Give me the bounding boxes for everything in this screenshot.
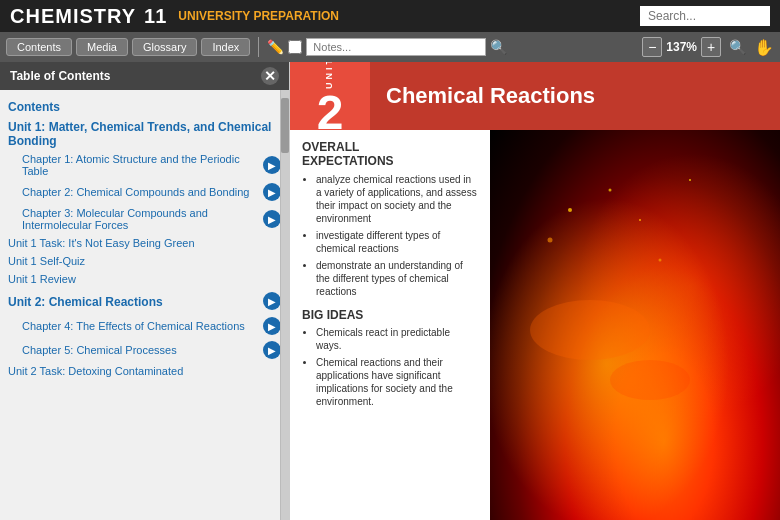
big-idea-2: Chemical reactions and their application… [316,356,478,408]
unit2-link[interactable]: Unit 2: Chemical Reactions [8,291,263,311]
index-button[interactable]: Index [201,38,250,56]
app-header: CHEMISTRY 11 UNIVERSITY PREPARATION [0,0,780,32]
search-icon[interactable]: 🔍 [490,39,507,55]
sidebar-item-chapter4[interactable]: Chapter 4: The Effects of Chemical React… [8,314,281,338]
unit-label: UNIT [325,62,334,89]
hand-icon: ✋ [754,38,774,57]
chapter4-arrow[interactable]: ▶ [263,317,281,335]
chapter1-link[interactable]: Chapter 1: Atomic Structure and the Peri… [22,153,263,177]
sidebar-item-chapter3[interactable]: Chapter 3: Molecular Compounds and Inter… [8,204,281,234]
svg-point-2 [639,219,641,221]
sidebar: Table of Contents ✕ Contents Unit 1: Mat… [0,62,290,520]
zoom-out-button[interactable]: − [642,37,662,57]
notes-input[interactable] [306,38,486,56]
pencil-icon: ✏️ [267,39,284,55]
sidebar-item-unit1-quiz[interactable]: Unit 1 Self-Quiz [8,252,281,270]
unit2-arrow[interactable]: ▶ [263,292,281,310]
sidebar-item-unit2[interactable]: Unit 2: Chemical Reactions ▶ [8,288,281,314]
svg-point-7 [610,360,690,400]
svg-point-0 [568,208,572,212]
sidebar-item-chapter2[interactable]: Chapter 2: Chemical Compounds and Bondin… [8,180,281,204]
unit-title: Chemical Reactions [370,83,595,109]
sidebar-scrollbar[interactable] [280,90,289,520]
expectation-1: analyze chemical reactions used in a var… [316,173,478,225]
content-image [490,130,780,520]
app-title-number: 11 [144,5,166,28]
svg-point-5 [659,259,662,262]
media-button[interactable]: Media [76,38,128,56]
chapter2-link[interactable]: Chapter 2: Chemical Compounds and Bondin… [22,186,263,198]
expectation-3: demonstrate an understanding of the diff… [316,259,478,298]
sidebar-item-contents[interactable]: Contents [8,96,281,116]
zoom-controls: − 137% + 🔍 ✋ [642,37,774,57]
chapter5-link[interactable]: Chapter 5: Chemical Processes [22,344,263,356]
chapter4-link[interactable]: Chapter 4: The Effects of Chemical React… [22,320,263,332]
big-idea-1: Chemicals react in predictable ways. [316,326,478,352]
expectation-2: investigate different types of chemical … [316,229,478,255]
chapter2-arrow[interactable]: ▶ [263,183,281,201]
contents-button[interactable]: Contents [6,38,72,56]
content-body: OVERALLEXPECTATIONS analyze chemical rea… [290,130,780,520]
big-ideas-heading: BIG IDEAS [302,308,478,322]
sparks-svg [490,130,780,520]
toolbar: Contents Media Glossary Index ✏️ 🔍 − 137… [0,32,780,62]
overall-expectations-list: analyze chemical reactions used in a var… [302,173,478,298]
sidebar-item-chapter5[interactable]: Chapter 5: Chemical Processes ▶ [8,338,281,362]
zoom-level: 137% [666,40,697,54]
unit-number-box: UNIT 2 [290,62,370,130]
unit-banner: UNIT 2 Chemical Reactions [290,62,780,130]
sidebar-item-unit1[interactable]: Unit 1: Matter, Chemical Trends, and Che… [8,116,281,150]
app-title-chemistry: CHEMISTRY [10,5,136,28]
notes-checkbox[interactable] [288,40,302,54]
big-ideas-list: Chemicals react in predictable ways. Che… [302,326,478,408]
svg-point-1 [609,189,612,192]
overall-expectations-heading: OVERALLEXPECTATIONS [302,140,478,169]
magnify-icon: 🔍 [729,39,746,55]
content-area: UNIT 2 Chemical Reactions OVERALLEXPECTA… [290,62,780,520]
sidebar-item-unit1-task[interactable]: Unit 1 Task: It's Not Easy Being Green [8,234,281,252]
toolbar-divider [258,37,259,57]
search-input[interactable] [640,6,770,26]
chapter5-arrow[interactable]: ▶ [263,341,281,359]
sidebar-item-chapter1[interactable]: Chapter 1: Atomic Structure and the Peri… [8,150,281,180]
content-text: OVERALLEXPECTATIONS analyze chemical rea… [290,130,490,520]
toc-header: Table of Contents ✕ [0,62,289,90]
toc-title: Table of Contents [10,69,110,83]
chapter3-arrow[interactable]: ▶ [263,210,281,228]
svg-point-6 [530,300,650,360]
chapter1-arrow[interactable]: ▶ [263,156,281,174]
glossary-button[interactable]: Glossary [132,38,197,56]
chapter3-link[interactable]: Chapter 3: Molecular Compounds and Inter… [22,207,263,231]
sidebar-item-unit1-review[interactable]: Unit 1 Review [8,270,281,288]
sidebar-item-unit2-task[interactable]: Unit 2 Task: Detoxing Contaminated [8,362,281,380]
toc-content[interactable]: Contents Unit 1: Matter, Chemical Trends… [0,90,289,520]
app-title-subtitle: UNIVERSITY PREPARATION [178,9,339,23]
sidebar-scrollbar-thumb[interactable] [281,98,289,153]
svg-point-3 [548,238,553,243]
svg-point-4 [689,179,691,181]
zoom-in-button[interactable]: + [701,37,721,57]
close-icon[interactable]: ✕ [261,67,279,85]
main-layout: Table of Contents ✕ Contents Unit 1: Mat… [0,62,780,520]
